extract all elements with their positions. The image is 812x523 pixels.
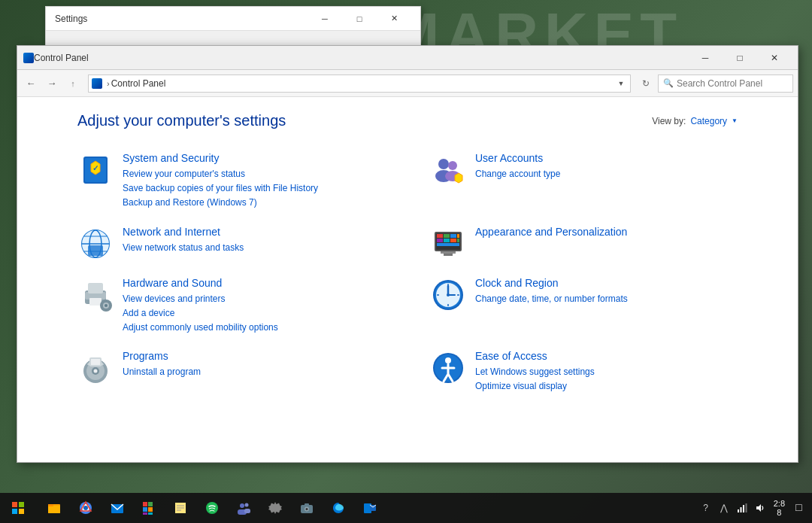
system-security-title[interactable]: System and Security <box>123 152 385 164</box>
svg-point-54 <box>445 357 451 363</box>
ease-of-access-link-1[interactable]: Let Windows suggest settings <box>475 365 738 379</box>
settings-close-button[interactable]: ✕ <box>377 7 411 31</box>
cp-minimize-button[interactable]: ─ <box>688 46 723 70</box>
svg-rect-63 <box>148 502 153 506</box>
taskbar-apps-grid[interactable] <box>134 493 164 523</box>
network-link-1[interactable]: View network status and tasks <box>123 241 385 255</box>
svg-rect-23 <box>444 239 450 242</box>
cp-maximize-button[interactable]: □ <box>723 46 757 70</box>
svg-rect-21 <box>457 234 459 238</box>
taskbar-file-explorer[interactable] <box>39 493 69 523</box>
taskbar-chrome[interactable] <box>71 493 101 523</box>
hardware-link-3[interactable]: Adjust commonly used mobility options <box>123 321 385 335</box>
svg-rect-51 <box>91 359 100 365</box>
category-ease-of-access: Ease of Access Let Windows suggest setti… <box>430 350 738 394</box>
nav-refresh-button[interactable]: ↻ <box>637 74 655 93</box>
svg-rect-25 <box>457 239 459 242</box>
network-content: Network and Internet View network status… <box>123 226 385 255</box>
category-user-accounts: User Accounts Change account type <box>430 152 738 211</box>
svg-marker-8 <box>455 173 462 183</box>
view-by-label: View by: <box>652 116 686 126</box>
network-icon <box>77 226 114 262</box>
svg-rect-66 <box>143 512 147 515</box>
nav-up-button[interactable]: ↑ <box>64 74 82 93</box>
tray-chevron-icon[interactable]: ⋀ <box>717 500 732 515</box>
taskbar-camera[interactable] <box>292 493 322 523</box>
svg-rect-26 <box>437 243 459 246</box>
view-by: View by: Category ▼ <box>652 116 738 126</box>
search-icon: 🔍 <box>663 78 674 88</box>
tray-date-display: 8 <box>777 508 781 517</box>
cp-close-button[interactable]: ✕ <box>757 46 792 70</box>
user-accounts-icon <box>430 152 466 188</box>
clock-icon <box>430 277 466 313</box>
clock-title[interactable]: Clock and Region <box>475 277 738 289</box>
svg-rect-81 <box>304 503 309 506</box>
address-dropdown-button[interactable]: ▼ <box>615 75 627 92</box>
clock-link-1[interactable]: Change date, time, or number formats <box>475 292 738 306</box>
settings-maximize-button[interactable]: □ <box>342 7 377 31</box>
svg-rect-28 <box>441 251 456 254</box>
hardware-content: Hardware and Sound View devices and prin… <box>123 277 385 336</box>
taskbar-settings[interactable] <box>260 493 290 523</box>
taskbar-spotify[interactable] <box>197 493 227 523</box>
ease-of-access-title[interactable]: Ease of Access <box>475 350 738 362</box>
svg-rect-84 <box>738 509 739 512</box>
appearance-title[interactable]: Appearance and Personalization <box>475 226 738 238</box>
svg-text:✓: ✓ <box>92 164 98 172</box>
search-input[interactable] <box>677 78 788 89</box>
svg-rect-15 <box>88 245 103 256</box>
svg-point-73 <box>240 503 244 508</box>
system-security-icon: ✓ <box>77 152 114 188</box>
taskbar-edge[interactable] <box>323 493 353 523</box>
settings-minimize-button[interactable]: ─ <box>308 7 342 31</box>
nav-back-button[interactable]: ← <box>22 74 40 93</box>
svg-rect-31 <box>88 283 103 293</box>
taskbar-outlook[interactable] <box>355 493 385 523</box>
category-system-security: ✓ System and Security Review your comput… <box>77 152 385 211</box>
nav-forward-button[interactable]: → <box>43 74 61 93</box>
svg-rect-57 <box>48 504 53 506</box>
address-cp-icon <box>92 78 102 89</box>
programs-title[interactable]: Programs <box>123 350 385 362</box>
system-security-link-1[interactable]: Review your computer's status <box>123 167 385 181</box>
ease-of-access-link-2[interactable]: Optimize visual display <box>475 379 738 394</box>
settings-title: Settings <box>55 14 308 24</box>
view-category-button[interactable]: Category <box>690 116 727 126</box>
system-security-link-3[interactable]: Backup and Restore (Windows 7) <box>123 196 385 210</box>
tray-network-icon[interactable] <box>735 500 750 515</box>
system-security-link-2[interactable]: Save backup copies of your files with Fi… <box>123 181 385 196</box>
hardware-title[interactable]: Hardware and Sound <box>123 277 385 289</box>
svg-rect-19 <box>444 234 450 238</box>
view-category-dropdown-icon[interactable]: ▼ <box>732 117 738 124</box>
category-network: Network and Internet View network status… <box>77 226 385 262</box>
hardware-link-1[interactable]: View devices and printers <box>123 292 385 306</box>
taskbar: ? ⋀ 2:8 8 ☐ <box>0 493 812 523</box>
category-appearance: Appearance and Personalization <box>430 226 738 262</box>
tray-help-icon[interactable]: ? <box>698 500 714 515</box>
taskbar-mail[interactable] <box>102 493 132 523</box>
address-bar[interactable]: › Control Panel ▼ <box>88 74 631 93</box>
programs-content: Programs Uninstall a program <box>123 350 385 379</box>
user-accounts-title[interactable]: User Accounts <box>475 152 738 164</box>
user-accounts-link-1[interactable]: Change account type <box>475 167 738 181</box>
hardware-icon <box>77 277 114 313</box>
tray-clock[interactable]: 2:8 8 <box>771 499 788 517</box>
svg-rect-32 <box>89 298 102 306</box>
tray-volume-icon[interactable] <box>753 500 768 515</box>
svg-rect-56 <box>48 506 60 513</box>
programs-link-1[interactable]: Uninstall a program <box>123 365 385 379</box>
start-button[interactable] <box>0 493 36 523</box>
svg-rect-65 <box>148 507 153 512</box>
search-box[interactable]: 🔍 <box>658 74 793 93</box>
tray-notification-icon[interactable]: ☐ <box>791 500 806 515</box>
user-accounts-content: User Accounts Change account type <box>475 152 738 181</box>
svg-point-41 <box>447 293 450 296</box>
taskbar-sticky-notes[interactable] <box>165 493 195 523</box>
taskbar-teams[interactable] <box>229 493 259 523</box>
category-clock: Clock and Region Change date, time, or n… <box>430 277 738 336</box>
svg-rect-85 <box>740 507 741 512</box>
hardware-link-2[interactable]: Add a device <box>123 306 385 321</box>
network-title[interactable]: Network and Internet <box>123 226 385 238</box>
category-hardware: Hardware and Sound View devices and prin… <box>77 277 385 336</box>
